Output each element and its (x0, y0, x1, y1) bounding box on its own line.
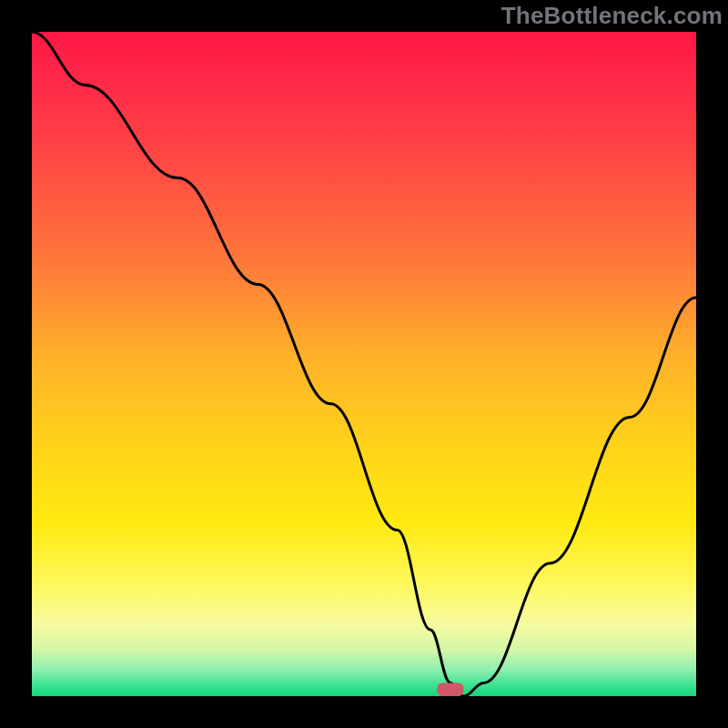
watermark: TheBottleneck.com (501, 2, 723, 30)
chart-area (32, 32, 696, 696)
chart-svg (32, 32, 696, 696)
optimal-marker (437, 682, 463, 696)
